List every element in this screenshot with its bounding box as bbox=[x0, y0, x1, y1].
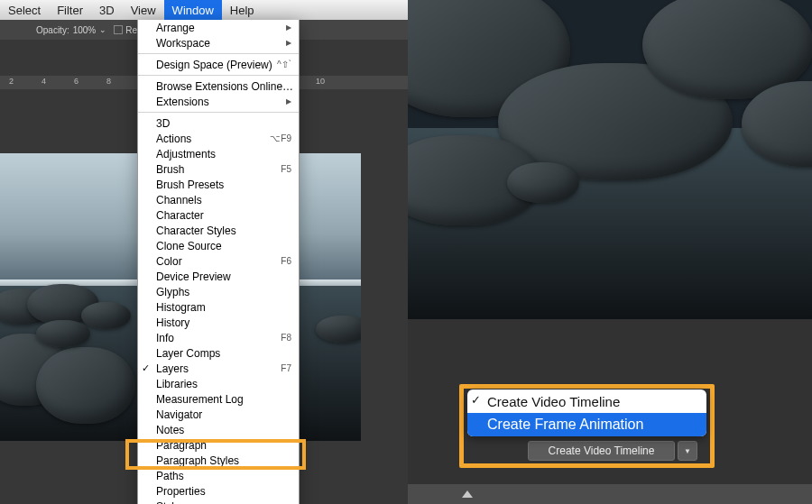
menu-item-color[interactable]: ColorF6 bbox=[138, 253, 299, 269]
menu-select[interactable]: Select bbox=[0, 0, 49, 20]
menu-item-libraries[interactable]: Libraries bbox=[138, 376, 299, 391]
menu-item-layer-comps[interactable]: Layer Comps bbox=[138, 345, 299, 361]
menu-item-actions[interactable]: Actions⌥F9 bbox=[138, 131, 299, 146]
timeline-panel: ✓ Create Video Timeline Create Frame Ani… bbox=[408, 319, 812, 504]
menu-item-device-preview[interactable]: Device Preview bbox=[138, 269, 299, 284]
menu-item-styles[interactable]: Styles bbox=[138, 499, 299, 504]
menu-window[interactable]: Window bbox=[164, 0, 222, 20]
chevron-down-icon[interactable]: ⌄ bbox=[99, 25, 106, 34]
menu-item-adjustments[interactable]: Adjustments bbox=[138, 146, 299, 161]
menu-item-history[interactable]: History bbox=[138, 315, 299, 330]
option-create-frame-animation[interactable]: Create Frame Animation bbox=[467, 413, 706, 436]
menu-item-clone-source[interactable]: Clone Source bbox=[138, 238, 299, 253]
menu-item-layers[interactable]: ✓LayersF7 bbox=[138, 361, 299, 376]
menubar: Select Filter 3D View Window Help bbox=[0, 0, 408, 20]
left-app-panel: Select Filter 3D View Window Help Opacit… bbox=[0, 0, 408, 504]
check-icon: ✓ bbox=[142, 362, 150, 374]
menu-filter[interactable]: Filter bbox=[49, 0, 91, 20]
create-video-timeline-button[interactable]: Create Video Timeline bbox=[528, 441, 675, 461]
right-app-panel: ✓ Create Video Timeline Create Frame Ani… bbox=[408, 0, 812, 504]
reverse-checkbox[interactable] bbox=[114, 25, 123, 34]
menu-item-paragraph[interactable]: Paragraph bbox=[138, 437, 299, 453]
menu-help[interactable]: Help bbox=[222, 0, 263, 20]
option-create-video-timeline[interactable]: ✓ Create Video Timeline bbox=[467, 389, 706, 413]
menu-item-glyphs[interactable]: Glyphs bbox=[138, 284, 299, 299]
menu-item-extensions[interactable]: Extensions bbox=[138, 94, 299, 109]
menu-item-histogram[interactable]: Histogram bbox=[138, 299, 299, 315]
opacity-label: Opacity: bbox=[36, 25, 69, 35]
menu-view[interactable]: View bbox=[123, 0, 164, 20]
menu-item-3d[interactable]: 3D bbox=[138, 115, 299, 131]
menu-item-channels[interactable]: Channels bbox=[138, 192, 299, 207]
timeline-bottom-bar bbox=[408, 484, 812, 504]
document-canvas[interactable] bbox=[408, 0, 812, 319]
opacity-value[interactable]: 100% bbox=[73, 25, 97, 35]
create-timeline-dropdown-arrow[interactable]: ▼ bbox=[678, 441, 697, 461]
menu-item-character-styles[interactable]: Character Styles bbox=[138, 223, 299, 238]
triangle-up-icon[interactable] bbox=[462, 490, 473, 498]
menu-item-workspace[interactable]: Workspace bbox=[138, 35, 299, 50]
timeline-mode-popover: ✓ Create Video Timeline Create Frame Ani… bbox=[467, 389, 706, 436]
menu-item-properties[interactable]: Properties bbox=[138, 483, 299, 499]
menu-3d[interactable]: 3D bbox=[91, 0, 123, 20]
menu-item-browse-extensions[interactable]: Browse Extensions Online… bbox=[138, 78, 299, 94]
menu-item-brush-presets[interactable]: Brush Presets bbox=[138, 177, 299, 192]
check-icon: ✓ bbox=[471, 393, 481, 407]
window-menu-dropdown: Arrange Workspace Design Space (Preview)… bbox=[137, 20, 300, 504]
menu-item-design-space[interactable]: Design Space (Preview) ^⇧` bbox=[138, 57, 299, 72]
menu-item-arrange[interactable]: Arrange bbox=[138, 20, 299, 35]
menu-item-notes[interactable]: Notes bbox=[138, 422, 299, 437]
menu-item-paragraph-styles[interactable]: Paragraph Styles bbox=[138, 453, 299, 468]
menu-item-brush[interactable]: BrushF5 bbox=[138, 161, 299, 177]
menu-item-info[interactable]: InfoF8 bbox=[138, 330, 299, 345]
menu-item-navigator[interactable]: Navigator bbox=[138, 407, 299, 422]
menu-item-measurement-log[interactable]: Measurement Log bbox=[138, 391, 299, 407]
menu-item-character[interactable]: Character bbox=[138, 207, 299, 223]
menu-item-paths[interactable]: Paths bbox=[138, 468, 299, 483]
